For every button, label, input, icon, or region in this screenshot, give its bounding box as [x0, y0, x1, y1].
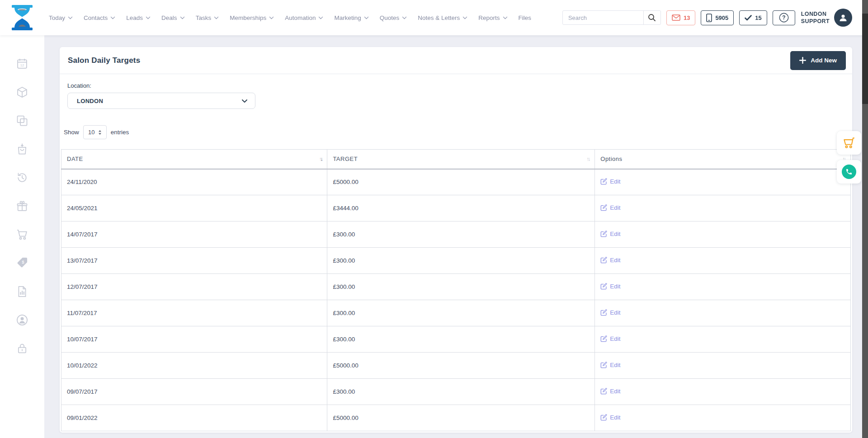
- edit-label: Edit: [610, 388, 620, 395]
- add-new-label: Add New: [811, 57, 837, 64]
- calls-badge[interactable]: 5905: [701, 10, 734, 25]
- nav-item-leads[interactable]: Leads: [126, 14, 151, 21]
- options-cell: Edit: [595, 221, 851, 248]
- nav-item-automation[interactable]: Automation: [285, 14, 323, 21]
- copy-icon: [16, 114, 28, 127]
- nav-item-contacts[interactable]: Contacts: [84, 14, 115, 21]
- edit-link[interactable]: Edit: [600, 257, 620, 264]
- price-tag-icon: $: [16, 257, 28, 269]
- chevron-down-icon: [241, 99, 248, 103]
- sidebar-item-gifts[interactable]: [15, 199, 29, 213]
- show-label: Show: [64, 129, 79, 136]
- sidebar-item-products[interactable]: [15, 85, 29, 99]
- edit-label: Edit: [610, 231, 620, 237]
- sort-icon: ↑↓: [319, 156, 321, 162]
- nav-item-files[interactable]: Files: [519, 14, 532, 21]
- sidebar-item-security[interactable]: [15, 342, 29, 355]
- sidebar-item-history[interactable]: [15, 171, 29, 184]
- entries-select[interactable]: 10: [83, 125, 107, 139]
- scrollbar[interactable]: [862, 0, 868, 438]
- nav-item-quotes[interactable]: Quotes: [380, 14, 407, 21]
- user-name[interactable]: LONDON SUPPORT: [801, 10, 830, 25]
- svg-text:?: ?: [782, 14, 785, 21]
- nav-item-marketing[interactable]: Marketing: [334, 14, 368, 21]
- nav-label: Files: [519, 14, 532, 21]
- column-header-target[interactable]: TARGET↑↓: [327, 150, 595, 169]
- column-header-date[interactable]: DATE↑↓: [61, 150, 327, 169]
- messages-badge[interactable]: 13: [666, 10, 695, 25]
- sidebar-item-shop[interactable]: [15, 228, 29, 241]
- phone-icon: [845, 168, 853, 175]
- table-row: 09/01/2022 £5000.00 Edit: [61, 405, 851, 431]
- sidebar-item-orders[interactable]: [15, 142, 29, 156]
- edit-label: Edit: [610, 257, 620, 264]
- chevron-down-icon: [318, 16, 323, 19]
- options-cell: Edit: [595, 274, 851, 300]
- nav-label: Tasks: [196, 14, 212, 21]
- panel-body: Location: LONDON Show 10 entries DATE↑↓: [60, 74, 852, 433]
- options-cell: Edit: [595, 326, 851, 353]
- sidebar-item-reports[interactable]: [15, 285, 29, 298]
- nav-item-notes-letters[interactable]: Notes & Letters: [418, 14, 467, 21]
- target-cell: £300.00: [327, 379, 595, 405]
- edit-link[interactable]: Edit: [600, 178, 620, 185]
- nav-item-tasks[interactable]: Tasks: [196, 14, 219, 21]
- target-cell: £300.00: [327, 248, 595, 274]
- cart-widget-button[interactable]: [837, 131, 861, 155]
- options-cell: Edit: [595, 405, 851, 431]
- column-header-options[interactable]: Options↑↓: [595, 150, 851, 169]
- nav-label: Deals: [161, 14, 177, 21]
- nav-item-memberships[interactable]: Memberships: [230, 14, 274, 21]
- scrollbar-thumb[interactable]: [862, 14, 868, 104]
- help-button[interactable]: ?: [773, 10, 795, 25]
- sidebar-item-account[interactable]: [15, 313, 29, 327]
- user-circle-icon: [16, 314, 28, 326]
- sidebar: 12 $: [0, 35, 44, 438]
- edit-link[interactable]: Edit: [600, 414, 620, 421]
- location-select[interactable]: LONDON: [67, 93, 255, 109]
- avatar[interactable]: [834, 9, 852, 27]
- table-header-row: DATE↑↓ TARGET↑↓ Options↑↓: [61, 150, 851, 169]
- gift-icon: [16, 200, 28, 212]
- nav-item-today[interactable]: Today: [49, 14, 73, 21]
- edit-label: Edit: [610, 309, 620, 316]
- chevron-down-icon: [462, 16, 467, 19]
- date-cell: 11/07/2017: [61, 300, 327, 326]
- search-icon: [648, 14, 656, 22]
- sidebar-item-duplicates[interactable]: [15, 114, 29, 127]
- date-cell: 09/07/2017: [61, 379, 327, 405]
- edit-link[interactable]: Edit: [600, 388, 620, 395]
- table-row: 14/07/2017 £300.00 Edit: [61, 221, 851, 248]
- search-button[interactable]: [643, 11, 660, 24]
- nav-item-reports[interactable]: Reports: [478, 14, 507, 21]
- date-cell: 24/11/2020: [61, 169, 327, 195]
- nav-item-deals[interactable]: Deals: [161, 14, 185, 21]
- sidebar-item-calendar[interactable]: 12: [15, 57, 29, 71]
- table-row: 09/07/2017 £300.00 Edit: [61, 379, 851, 405]
- location-value: LONDON: [77, 98, 103, 104]
- logo[interactable]: [0, 4, 44, 31]
- mobile-phone-icon: [706, 14, 712, 22]
- edit-label: Edit: [610, 335, 620, 342]
- phone-widget-button[interactable]: [837, 160, 861, 184]
- target-cell: £300.00: [327, 221, 595, 248]
- sidebar-item-pricing[interactable]: $: [15, 256, 29, 270]
- add-new-button[interactable]: Add New: [790, 51, 846, 70]
- search-input[interactable]: [563, 11, 643, 24]
- edit-link[interactable]: Edit: [600, 362, 620, 368]
- edit-link[interactable]: Edit: [600, 335, 620, 342]
- edit-icon: [600, 178, 607, 185]
- options-cell: Edit: [595, 169, 851, 195]
- shopping-bag-icon: [16, 143, 28, 155]
- edit-link[interactable]: Edit: [600, 283, 620, 290]
- edit-link[interactable]: Edit: [600, 231, 620, 237]
- edit-link[interactable]: Edit: [600, 204, 620, 211]
- date-cell: 24/05/2021: [61, 195, 327, 221]
- date-cell: 09/01/2022: [61, 405, 327, 431]
- tasks-badge[interactable]: 15: [739, 10, 767, 25]
- edit-icon: [600, 309, 607, 316]
- edit-link[interactable]: Edit: [600, 309, 620, 316]
- svg-text:12: 12: [20, 63, 24, 67]
- options-cell: Edit: [595, 248, 851, 274]
- options-cell: Edit: [595, 195, 851, 221]
